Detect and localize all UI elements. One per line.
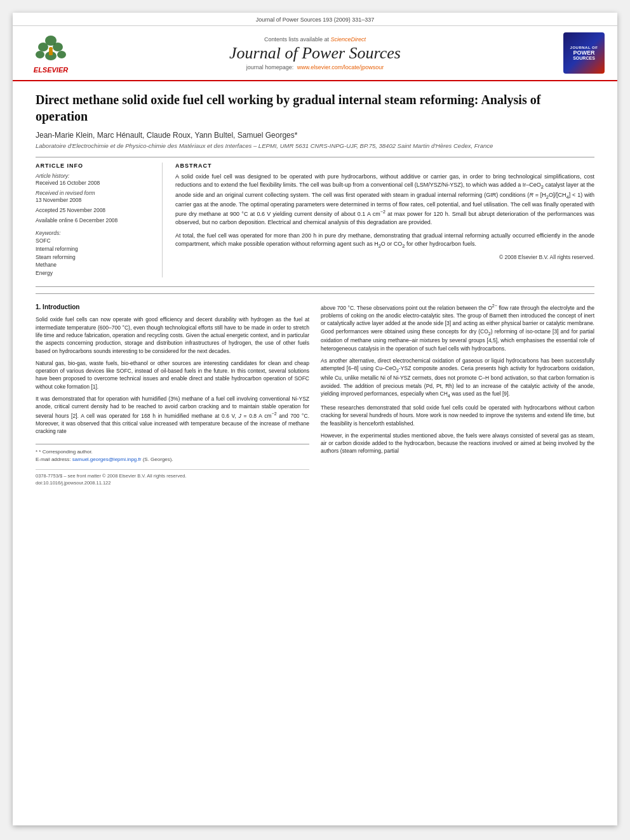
journal-issue-info: Journal of Power Sources 193 (2009) 331–… [256, 17, 375, 23]
footnote-email: samuel.georges@lepmi.inpg.fr [72, 457, 142, 462]
article-authors: Jean-Marie Klein, Marc Hénault, Claude R… [36, 131, 594, 140]
footnote-bar: * * Corresponding author. E-mail address… [36, 444, 309, 462]
intro-heading: 1. Introduction [36, 303, 309, 312]
article-title: Direct methane solid oxide fuel cell wor… [36, 91, 594, 124]
accepted-date: Accepted 25 November 2008 [36, 207, 153, 213]
sciencedirect-line: Contents lists available at ScienceDirec… [76, 36, 554, 43]
keyword-4: Methane [36, 261, 153, 269]
abstract-title: ABSTRACT [175, 163, 594, 169]
keyword-5: Energy [36, 269, 153, 277]
badge-power-text: POWER [573, 50, 594, 56]
right-para-3: These researches demonstrated that solid… [321, 404, 594, 427]
homepage-url: www.elsevier.com/locate/jpowsour [297, 64, 384, 70]
footnote-asterisk: * * Corresponding author. [36, 448, 309, 455]
article-info-title: ARTICLE INFO [36, 163, 153, 169]
footnote-email-line: E-mail address: samuel.georges@lepmi.inp… [36, 456, 309, 463]
keyword-2: Internal reforming [36, 245, 153, 253]
svg-point-3 [36, 51, 44, 58]
online-date: Available online 6 December 2008 [36, 217, 153, 223]
abstract-copyright: © 2008 Elsevier B.V. All rights reserved… [175, 254, 594, 260]
right-para-4: However, in the experimental studies men… [321, 432, 594, 455]
article-affiliation: Laboratoire d'Electrochimie et de Physic… [36, 142, 594, 149]
col-right: above 700 °C. These observations point o… [321, 303, 594, 487]
abstract-para-2: At total, the fuel cell was operated for… [175, 232, 594, 250]
svg-point-1 [38, 43, 48, 51]
abstract-para-1: A solid oxide fuel cell was designed to … [175, 173, 594, 227]
divider-2 [36, 286, 594, 287]
journal-homepage: journal homepage: www.elsevier.com/locat… [76, 64, 554, 70]
revised-label: Received in revised form [36, 190, 153, 196]
article-body: Direct methane solid oxide fuel cell wor… [13, 81, 617, 500]
right-para-2: As another alternative, direct electroch… [321, 357, 594, 399]
intro-para-3: It was demonstrated that for operation w… [36, 395, 309, 435]
elsevier-text: ELSEVIER [34, 66, 68, 74]
svg-point-5 [57, 51, 66, 58]
history-label: Article history: [36, 173, 153, 179]
contents-label: Contents lists available at [264, 36, 329, 43]
elsevier-tree-icon [34, 33, 69, 65]
page: Journal of Power Sources 193 (2009) 331–… [13, 13, 617, 825]
abstract-section: ABSTRACT A solid oxide fuel cell was des… [175, 163, 594, 277]
received-date: Received 16 October 2008 [36, 180, 153, 186]
issn-line: 0378-7753/$ – see front matter © 2008 El… [36, 473, 309, 480]
col-left: 1. Introduction Solid oxide fuel cells c… [36, 303, 309, 487]
article-info: ARTICLE INFO Article history: Received 1… [36, 163, 163, 277]
journal-title-center: Contents lists available at ScienceDirec… [76, 36, 554, 70]
svg-rect-7 [49, 50, 53, 55]
revised-date: 13 November 2008 [36, 197, 153, 203]
footnote-email-suffix: (S. Georges). [143, 457, 173, 462]
homepage-label: journal homepage: [246, 64, 294, 70]
divider-1 [36, 157, 594, 157]
footnote-corresponding: * Corresponding author. [39, 449, 93, 455]
keyword-3: Steam reforming [36, 253, 153, 262]
intro-para-1: Solid oxide fuel cells can now operate w… [36, 316, 309, 355]
journal-name: Journal of Power Sources [76, 44, 554, 63]
keywords-label: Keywords: [36, 230, 153, 236]
journal-header: ELSEVIER Contents lists available at Sci… [13, 26, 617, 81]
badge-sources-text: SOURCES [573, 56, 595, 60]
elsevier-logo: ELSEVIER [25, 33, 76, 74]
authors-text: Jean-Marie Klein, Marc Hénault, Claude R… [36, 131, 297, 140]
email-label: E-mail address: [36, 457, 71, 462]
doi-line: doi:10.1016/j.jpowsour.2008.11.122 [36, 480, 309, 487]
journal-top-bar: Journal of Power Sources 193 (2009) 331–… [13, 13, 617, 26]
power-sources-badge: JOURNAL OF POWER SOURCES [563, 32, 605, 74]
article-info-abstract: ARTICLE INFO Article history: Received 1… [36, 163, 594, 277]
keyword-1: SOFC [36, 237, 153, 245]
sciencedirect-link: ScienceDirect [331, 36, 366, 43]
bottom-bar: 0378-7753/$ – see front matter © 2008 El… [36, 469, 309, 487]
journal-logo-right: JOURNAL OF POWER SOURCES [554, 32, 605, 74]
intro-para-2: Natural gas, bio-gas, waste fuels, bio-e… [36, 359, 309, 390]
keywords-section: Keywords: SOFC Internal reforming Steam … [36, 230, 153, 277]
svg-point-2 [53, 43, 63, 51]
main-content: 1. Introduction Solid oxide fuel cells c… [36, 293, 594, 487]
right-para-1: above 700 °C. These observations point o… [321, 303, 594, 352]
